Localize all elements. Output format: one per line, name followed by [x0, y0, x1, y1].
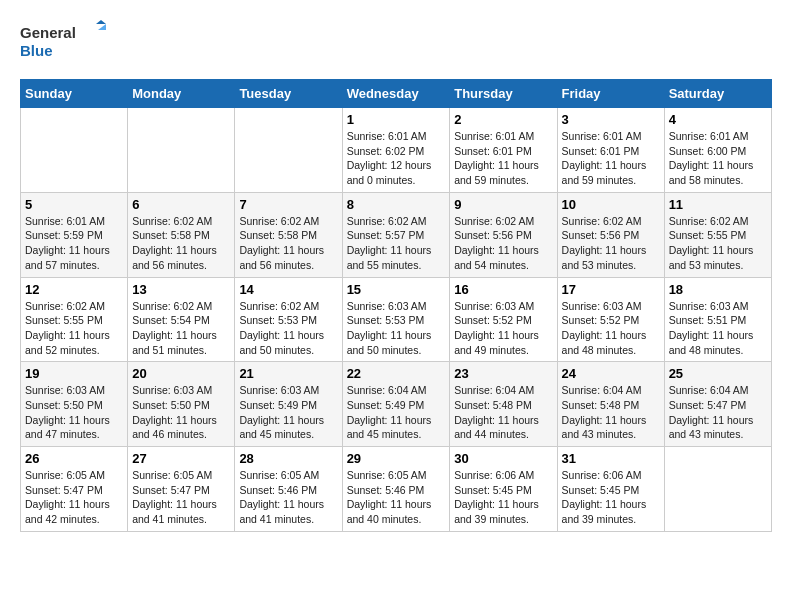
day-info: Sunrise: 6:02 AM Sunset: 5:56 PM Dayligh…: [562, 214, 660, 273]
day-info: Sunrise: 6:03 AM Sunset: 5:49 PM Dayligh…: [239, 383, 337, 442]
day-info: Sunrise: 6:05 AM Sunset: 5:47 PM Dayligh…: [132, 468, 230, 527]
svg-text:Blue: Blue: [20, 42, 53, 59]
day-info: Sunrise: 6:04 AM Sunset: 5:48 PM Dayligh…: [562, 383, 660, 442]
logo-graphic: General Blue: [20, 20, 110, 69]
day-number: 2: [454, 112, 552, 127]
day-number: 1: [347, 112, 446, 127]
day-info: Sunrise: 6:03 AM Sunset: 5:53 PM Dayligh…: [347, 299, 446, 358]
calendar-body: 1Sunrise: 6:01 AM Sunset: 6:02 PM Daylig…: [21, 108, 772, 532]
day-info: Sunrise: 6:05 AM Sunset: 5:46 PM Dayligh…: [239, 468, 337, 527]
calendar-cell: 29Sunrise: 6:05 AM Sunset: 5:46 PM Dayli…: [342, 447, 450, 532]
weekday-thursday: Thursday: [450, 80, 557, 108]
day-number: 20: [132, 366, 230, 381]
day-number: 9: [454, 197, 552, 212]
day-number: 11: [669, 197, 767, 212]
weekday-monday: Monday: [128, 80, 235, 108]
calendar-cell: 14Sunrise: 6:02 AM Sunset: 5:53 PM Dayli…: [235, 277, 342, 362]
day-info: Sunrise: 6:03 AM Sunset: 5:50 PM Dayligh…: [132, 383, 230, 442]
day-info: Sunrise: 6:03 AM Sunset: 5:52 PM Dayligh…: [454, 299, 552, 358]
day-info: Sunrise: 6:04 AM Sunset: 5:47 PM Dayligh…: [669, 383, 767, 442]
calendar-week-2: 5Sunrise: 6:01 AM Sunset: 5:59 PM Daylig…: [21, 192, 772, 277]
day-info: Sunrise: 6:05 AM Sunset: 5:47 PM Dayligh…: [25, 468, 123, 527]
day-number: 13: [132, 282, 230, 297]
calendar-cell: 2Sunrise: 6:01 AM Sunset: 6:01 PM Daylig…: [450, 108, 557, 193]
day-info: Sunrise: 6:06 AM Sunset: 5:45 PM Dayligh…: [562, 468, 660, 527]
weekday-wednesday: Wednesday: [342, 80, 450, 108]
day-number: 24: [562, 366, 660, 381]
weekday-sunday: Sunday: [21, 80, 128, 108]
calendar-cell: 5Sunrise: 6:01 AM Sunset: 5:59 PM Daylig…: [21, 192, 128, 277]
day-number: 18: [669, 282, 767, 297]
day-info: Sunrise: 6:02 AM Sunset: 5:58 PM Dayligh…: [239, 214, 337, 273]
day-number: 26: [25, 451, 123, 466]
weekday-header-row: SundayMondayTuesdayWednesdayThursdayFrid…: [21, 80, 772, 108]
day-info: Sunrise: 6:02 AM Sunset: 5:54 PM Dayligh…: [132, 299, 230, 358]
day-number: 8: [347, 197, 446, 212]
day-number: 14: [239, 282, 337, 297]
day-info: Sunrise: 6:04 AM Sunset: 5:48 PM Dayligh…: [454, 383, 552, 442]
calendar-table: SundayMondayTuesdayWednesdayThursdayFrid…: [20, 79, 772, 532]
calendar-cell: 23Sunrise: 6:04 AM Sunset: 5:48 PM Dayli…: [450, 362, 557, 447]
day-info: Sunrise: 6:04 AM Sunset: 5:49 PM Dayligh…: [347, 383, 446, 442]
day-info: Sunrise: 6:03 AM Sunset: 5:50 PM Dayligh…: [25, 383, 123, 442]
calendar-cell: 17Sunrise: 6:03 AM Sunset: 5:52 PM Dayli…: [557, 277, 664, 362]
calendar-cell: 27Sunrise: 6:05 AM Sunset: 5:47 PM Dayli…: [128, 447, 235, 532]
calendar-cell: [128, 108, 235, 193]
day-number: 22: [347, 366, 446, 381]
calendar-week-1: 1Sunrise: 6:01 AM Sunset: 6:02 PM Daylig…: [21, 108, 772, 193]
weekday-saturday: Saturday: [664, 80, 771, 108]
day-info: Sunrise: 6:02 AM Sunset: 5:53 PM Dayligh…: [239, 299, 337, 358]
day-info: Sunrise: 6:02 AM Sunset: 5:57 PM Dayligh…: [347, 214, 446, 273]
calendar-cell: 20Sunrise: 6:03 AM Sunset: 5:50 PM Dayli…: [128, 362, 235, 447]
calendar-cell: 28Sunrise: 6:05 AM Sunset: 5:46 PM Dayli…: [235, 447, 342, 532]
day-number: 10: [562, 197, 660, 212]
calendar-cell: 19Sunrise: 6:03 AM Sunset: 5:50 PM Dayli…: [21, 362, 128, 447]
day-info: Sunrise: 6:03 AM Sunset: 5:52 PM Dayligh…: [562, 299, 660, 358]
calendar-cell: [235, 108, 342, 193]
calendar-cell: 22Sunrise: 6:04 AM Sunset: 5:49 PM Dayli…: [342, 362, 450, 447]
calendar-cell: 11Sunrise: 6:02 AM Sunset: 5:55 PM Dayli…: [664, 192, 771, 277]
day-number: 30: [454, 451, 552, 466]
day-info: Sunrise: 6:02 AM Sunset: 5:56 PM Dayligh…: [454, 214, 552, 273]
calendar-cell: 1Sunrise: 6:01 AM Sunset: 6:02 PM Daylig…: [342, 108, 450, 193]
calendar-cell: 3Sunrise: 6:01 AM Sunset: 6:01 PM Daylig…: [557, 108, 664, 193]
logo: General Blue: [20, 20, 110, 69]
logo-svg: General Blue: [20, 20, 110, 65]
calendar-cell: 8Sunrise: 6:02 AM Sunset: 5:57 PM Daylig…: [342, 192, 450, 277]
calendar-cell: 25Sunrise: 6:04 AM Sunset: 5:47 PM Dayli…: [664, 362, 771, 447]
calendar-cell: 21Sunrise: 6:03 AM Sunset: 5:49 PM Dayli…: [235, 362, 342, 447]
svg-text:General: General: [20, 24, 76, 41]
page-header: General Blue: [20, 20, 772, 69]
day-info: Sunrise: 6:02 AM Sunset: 5:58 PM Dayligh…: [132, 214, 230, 273]
calendar-cell: 4Sunrise: 6:01 AM Sunset: 6:00 PM Daylig…: [664, 108, 771, 193]
day-number: 12: [25, 282, 123, 297]
day-info: Sunrise: 6:05 AM Sunset: 5:46 PM Dayligh…: [347, 468, 446, 527]
calendar-cell: 10Sunrise: 6:02 AM Sunset: 5:56 PM Dayli…: [557, 192, 664, 277]
weekday-friday: Friday: [557, 80, 664, 108]
day-info: Sunrise: 6:02 AM Sunset: 5:55 PM Dayligh…: [669, 214, 767, 273]
day-number: 31: [562, 451, 660, 466]
day-info: Sunrise: 6:03 AM Sunset: 5:51 PM Dayligh…: [669, 299, 767, 358]
day-number: 5: [25, 197, 123, 212]
day-number: 25: [669, 366, 767, 381]
calendar-week-5: 26Sunrise: 6:05 AM Sunset: 5:47 PM Dayli…: [21, 447, 772, 532]
svg-marker-3: [98, 24, 106, 30]
day-number: 27: [132, 451, 230, 466]
day-number: 29: [347, 451, 446, 466]
day-number: 4: [669, 112, 767, 127]
calendar-cell: 6Sunrise: 6:02 AM Sunset: 5:58 PM Daylig…: [128, 192, 235, 277]
day-info: Sunrise: 6:01 AM Sunset: 6:00 PM Dayligh…: [669, 129, 767, 188]
calendar-cell: [664, 447, 771, 532]
calendar-cell: 16Sunrise: 6:03 AM Sunset: 5:52 PM Dayli…: [450, 277, 557, 362]
calendar-cell: 26Sunrise: 6:05 AM Sunset: 5:47 PM Dayli…: [21, 447, 128, 532]
calendar-cell: 31Sunrise: 6:06 AM Sunset: 5:45 PM Dayli…: [557, 447, 664, 532]
day-info: Sunrise: 6:06 AM Sunset: 5:45 PM Dayligh…: [454, 468, 552, 527]
calendar-cell: [21, 108, 128, 193]
day-number: 3: [562, 112, 660, 127]
calendar-week-4: 19Sunrise: 6:03 AM Sunset: 5:50 PM Dayli…: [21, 362, 772, 447]
calendar-cell: 9Sunrise: 6:02 AM Sunset: 5:56 PM Daylig…: [450, 192, 557, 277]
calendar-cell: 15Sunrise: 6:03 AM Sunset: 5:53 PM Dayli…: [342, 277, 450, 362]
day-number: 15: [347, 282, 446, 297]
calendar-cell: 12Sunrise: 6:02 AM Sunset: 5:55 PM Dayli…: [21, 277, 128, 362]
day-info: Sunrise: 6:01 AM Sunset: 6:01 PM Dayligh…: [454, 129, 552, 188]
